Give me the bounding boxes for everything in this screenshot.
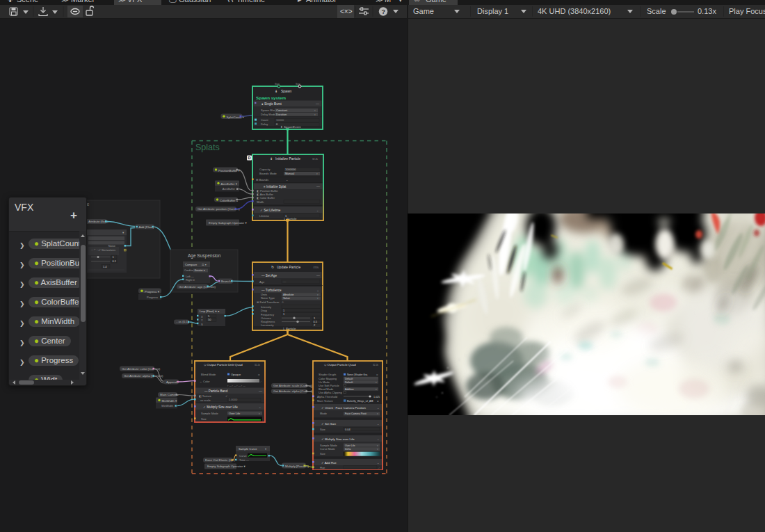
svg-text:AxisBuffer ▾: AxisBuffer ▾ <box>221 182 238 186</box>
svg-text:⌄: ⌄ <box>259 405 261 409</box>
svg-text:Lacunarity: Lacunarity <box>261 323 273 327</box>
svg-text:⊡: ⊡ <box>258 373 260 376</box>
svg-text:⌄: ⌄ <box>377 437 379 441</box>
svg-text:Over Life: Over Life <box>345 444 355 447</box>
svg-text:Initialize Particle: Initialize Particle <box>275 156 300 161</box>
svg-text:✓ Set Size: ✓ Set Size <box>321 422 337 426</box>
svg-text:Get Attribute: position (Curre: Get Attribute: position (Current) <box>198 207 240 211</box>
svg-text:⇂ Particle: ⇂ Particle <box>282 327 296 330</box>
svg-text:Value: Value <box>283 296 291 300</box>
svg-text:Units: Units <box>261 293 267 296</box>
svg-text:Delay Mode: Delay Mode <box>261 113 276 116</box>
svg-text:◧ Color Buffer: ◧ Color Buffer <box>257 196 275 200</box>
svg-text:Time —: Time — <box>239 458 249 462</box>
svg-text:Curve Mode: Curve Mode <box>320 447 336 451</box>
svg-text:✓: ✓ <box>225 394 227 398</box>
svg-text:Capacity: Capacity <box>259 168 271 171</box>
svg-text:Update Particle: Update Particle <box>277 265 300 269</box>
svg-text:None (Shader Gra: None (Shader Gra <box>347 373 367 376</box>
svg-text:Additive: Additive <box>345 388 354 391</box>
svg-text:0.04: 0.04 <box>345 428 351 431</box>
svg-text:◧ Texture: ◧ Texture <box>199 394 212 398</box>
svg-text:Compare: Compare <box>185 263 198 266</box>
svg-text:Drag: Drag <box>261 309 267 312</box>
svg-text:✓ Multiply Size over Life: ✓ Multiply Size over Life <box>321 437 355 441</box>
svg-text:—: — <box>316 184 320 188</box>
svg-text:—: — <box>283 280 286 283</box>
svg-text:Constant: Constant <box>276 108 288 112</box>
svg-text:Lerp (Float) ✦ ▾: Lerp (Float) ✦ ▾ <box>200 309 219 313</box>
svg-text:—: — <box>316 273 320 277</box>
svg-text:Delay: Delay <box>261 122 268 126</box>
svg-text:Sample Curve: Sample Curve <box>239 447 257 451</box>
svg-text:✓ Add Hue: ✓ Add Hue <box>321 461 337 465</box>
svg-text:10000: 10000 <box>276 118 284 122</box>
svg-text:↻: ↻ <box>271 265 274 269</box>
svg-text:⇟: ⇟ <box>275 89 277 93</box>
svg-text:Size: Size <box>320 452 326 456</box>
svg-text:Curve: Curve <box>239 454 247 458</box>
svg-text:⌄: ⌄ <box>316 288 319 292</box>
svg-text:◇ Output Particle Unlit Quad: ◇ Output Particle Unlit Quad <box>204 363 243 366</box>
svg-text:Hue: Hue <box>320 466 325 469</box>
svg-text:Face Camera Posit: Face Camera Posit <box>345 412 367 415</box>
svg-text:S: S <box>201 323 203 326</box>
svg-text:MinWidth: MinWidth <box>161 404 173 408</box>
svg-text:Right 0: Right 0 <box>186 278 195 282</box>
svg-text:Progress: Progress <box>147 296 158 299</box>
svg-text:✓ Multiply Size over Life: ✓ Multiply Size over Life <box>203 405 238 409</box>
svg-text:Empty Subgraph Operator ▾: Empty Subgraph Operator ▾ <box>207 465 245 468</box>
svg-text:32.2k: 32.2k <box>312 158 318 161</box>
svg-text:X: X <box>201 315 203 319</box>
svg-text:Sample Mode: Sample Mode <box>320 444 337 447</box>
svg-text:Lifetime: Lifetime <box>259 214 270 218</box>
svg-text:◇ Output Particle Quad: ◇ Output Particle Quad <box>324 363 356 366</box>
svg-text:⌄: ⌄ <box>377 422 379 426</box>
svg-text:32.2k: 32.2k <box>373 364 378 366</box>
svg-text:⊦ — ⊦ — ⊦ — ⊦ —: ⊦ — ⊦ — ⊦ — ⊦ — <box>227 385 245 387</box>
svg-text:Absolute: Absolute <box>283 293 294 296</box>
svg-text:Append: Append <box>166 380 177 384</box>
svg-text:Size: Size <box>320 428 326 431</box>
svg-text:1000000: 1000000 <box>285 168 296 171</box>
svg-text:Empty Subgraph Operator ▾: Empty Subgraph Operator ▾ <box>209 221 247 225</box>
svg-text:⇟ SpawnEvent: ⇟ SpawnEvent <box>280 125 301 129</box>
svg-text:1.4: 1.4 <box>103 265 107 268</box>
svg-text:✓ Set Lifetime: ✓ Set Lifetime <box>260 209 281 212</box>
svg-text:≡ Initialize Splat: ≡ Initialize Splat <box>264 185 287 188</box>
svg-text:1.0000: 1.0000 <box>229 398 238 401</box>
svg-text:—: — <box>316 102 319 106</box>
svg-text:#70%: #70% <box>313 266 319 269</box>
svg-text:← Color: ← Color <box>200 380 210 383</box>
svg-text:Noise Type: Noise Type <box>261 296 275 300</box>
svg-text:Frequency: Frequency <box>261 313 274 316</box>
svg-text:Over Life: Over Life <box>229 412 241 415</box>
svg-text:Age: Age <box>259 280 265 284</box>
svg-text:⊞ Bounds: ⊞ Bounds <box>256 178 268 182</box>
svg-text:— Set Age: — Set Age <box>261 274 277 277</box>
svg-text:Age Suspension: Age Suspension <box>188 253 221 259</box>
svg-text:—: — <box>259 389 262 393</box>
svg-text:Bounds Mode: Bounds Mode <box>259 172 277 175</box>
svg-text:ColorBuffer ⌄: ColorBuffer ⌄ <box>220 199 239 202</box>
svg-text:⊙: ⊙ <box>376 373 378 376</box>
svg-text:Progress ▾: Progress ▾ <box>145 290 160 293</box>
svg-text:uv scale: uv scale <box>200 398 211 402</box>
svg-text:0.1: 0.1 <box>113 259 117 263</box>
svg-text:⚖ ▾: ⚖ ▾ <box>202 263 207 266</box>
svg-text:Sample Mode: Sample Mode <box>201 412 218 415</box>
svg-text:▾: ▾ <box>265 447 266 451</box>
svg-text:Width: Width <box>257 200 264 204</box>
svg-text:Alpha Threshold: Alpha Threshold <box>317 395 337 398</box>
svg-text:Shader Graph: Shader Graph <box>319 373 336 376</box>
svg-text:⇂ Particle: ⇂ Particle <box>283 217 297 220</box>
svg-text:Octaves: Octaves <box>261 316 271 320</box>
svg-text:MinWidth ▾: MinWidth ▾ <box>162 399 178 403</box>
svg-text:Opaque: Opaque <box>231 373 241 376</box>
svg-text:⌄: ⌄ <box>377 461 379 465</box>
svg-text:Condition: Condition <box>184 269 194 272</box>
svg-text:AxisBuffer: AxisBuffer <box>223 187 236 191</box>
svg-text:1.025: 1.025 <box>373 396 380 398</box>
svg-text:Y: Y <box>201 319 203 322</box>
svg-text:Greater ▾: Greater ▾ <box>195 269 205 272</box>
